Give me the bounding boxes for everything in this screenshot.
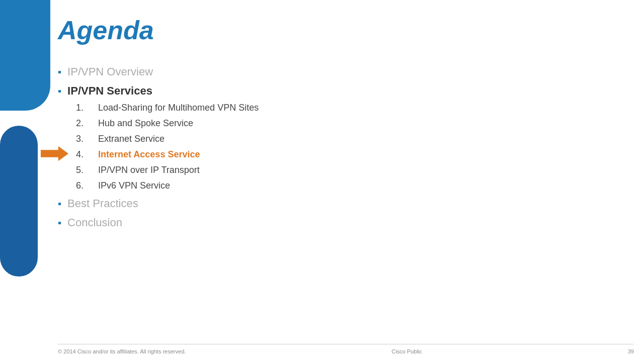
sub-item-number-4: 4. (76, 149, 90, 160)
footer-classification: Cisco Public (391, 348, 422, 354)
agenda-section-services: ▪ IP/VPN Services 1. Load-Sharing for Mu… (58, 84, 634, 191)
sub-item-number-6: 6. (76, 180, 90, 191)
sub-item-text-5: IP/VPN over IP Transport (98, 165, 200, 175)
agenda-section-best-practices: ▪ Best Practices (58, 197, 634, 210)
agenda-section-conclusion: ▪ Conclusion (58, 216, 634, 229)
sub-list-services: 1. Load-Sharing for Multihomed VPN Sites… (76, 103, 634, 191)
agenda-item-conclusion: ▪ Conclusion (58, 216, 634, 229)
bullet-icon-best-practices: ▪ (58, 198, 61, 210)
svg-marker-0 (41, 146, 68, 160)
agenda-label-best-practices: Best Practices (67, 197, 138, 210)
sub-item-2: 2. Hub and Spoke Service (76, 118, 634, 129)
footer-page-number: 39 (628, 348, 634, 354)
agenda-label-overview: IP/VPN Overview (67, 65, 153, 78)
sub-item-3: 3. Extranet Service (76, 134, 634, 144)
main-content: Agenda ▪ IP/VPN Overview ▪ IP/VPN Servic… (58, 15, 634, 337)
agenda-item-overview: ▪ IP/VPN Overview (58, 65, 634, 78)
sidebar (0, 0, 50, 362)
sub-item-text-6: IPv6 VPN Service (98, 180, 170, 191)
agenda-item-services: ▪ IP/VPN Services (58, 84, 634, 98)
bullet-icon-overview: ▪ (58, 66, 61, 78)
sub-item-4: 4. Internet Access Service (76, 149, 634, 160)
arrow-indicator (41, 146, 68, 163)
sub-item-5: 5. IP/VPN over IP Transport (76, 165, 634, 175)
sidebar-top-shape (0, 0, 50, 111)
agenda-item-best-practices: ▪ Best Practices (58, 197, 634, 210)
sub-item-number-2: 2. (76, 118, 90, 129)
sub-item-text-4: Internet Access Service (98, 149, 200, 160)
sub-item-number-1: 1. (76, 103, 90, 113)
footer-copyright: © 2014 Cisco and/or its affiliates. All … (58, 348, 186, 354)
page-title: Agenda (58, 15, 634, 45)
sub-item-1: 1. Load-Sharing for Multihomed VPN Sites (76, 103, 634, 113)
agenda-section-overview: ▪ IP/VPN Overview (58, 65, 634, 78)
sub-item-text-2: Hub and Spoke Service (98, 118, 193, 129)
sub-item-number-5: 5. (76, 165, 90, 175)
sub-item-6: 6. IPv6 VPN Service (76, 180, 634, 191)
sub-item-text-1: Load-Sharing for Multihomed VPN Sites (98, 103, 259, 113)
bullet-icon-services: ▪ (58, 85, 61, 97)
sidebar-bottom-shape (0, 126, 38, 277)
sub-item-number-3: 3. (76, 134, 90, 144)
bullet-icon-conclusion: ▪ (58, 217, 61, 229)
agenda-label-services: IP/VPN Services (67, 84, 152, 98)
sub-item-text-3: Extranet Service (98, 134, 165, 144)
agenda-label-conclusion: Conclusion (67, 216, 122, 229)
footer: © 2014 Cisco and/or its affiliates. All … (58, 344, 634, 354)
